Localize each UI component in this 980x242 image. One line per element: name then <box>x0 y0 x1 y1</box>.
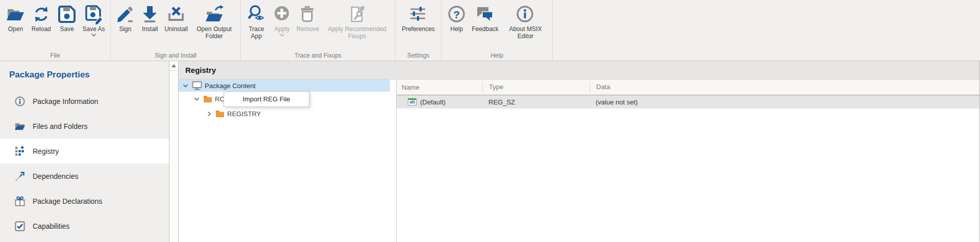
sidebar-item-package-declarations[interactable]: Package Declarations <box>0 189 169 213</box>
checkbox-check-icon <box>14 221 26 232</box>
help-question-icon: ? <box>447 4 467 24</box>
tree-row-registry[interactable]: REGISTRY <box>179 106 396 121</box>
sidebar-item-label: Capabilities <box>33 222 69 230</box>
monitor-icon <box>192 81 202 90</box>
about-msix-editor-button[interactable]: About MSIX Editor <box>502 4 548 40</box>
sidebar-item-package-information[interactable]: Package Information <box>0 89 169 114</box>
open-output-folder-button[interactable]: Open Output Folder <box>191 4 237 40</box>
sidebar-item-label: Dependencies <box>33 172 79 180</box>
folder-icon <box>14 121 26 132</box>
dependencies-arrow-icon <box>14 171 26 182</box>
sidebar-item-files-and-folders[interactable]: Files and Folders <box>0 114 169 139</box>
scroll-up-arrow-icon <box>172 64 176 67</box>
value-data-cell: (value not set) <box>590 98 979 106</box>
context-menu: Import REG File <box>224 91 309 107</box>
trace-app-button[interactable]: Trace App <box>244 4 268 40</box>
sidebar-items: Package Information Files and Folders Re… <box>0 89 169 238</box>
sign-button[interactable]: Sign <box>114 4 136 33</box>
sidebar-title: Package Properties <box>0 61 169 80</box>
gift-box-icon <box>14 196 26 207</box>
trace-magnifier-eye-icon <box>246 4 266 24</box>
feedback-label: Feedback <box>472 25 499 33</box>
reg-sz-string-icon: ab <box>408 98 416 105</box>
open-output-folder-icon <box>204 4 225 24</box>
registry-blocks-icon <box>14 146 26 157</box>
save-button[interactable]: Save <box>56 4 78 33</box>
help-label: Help <box>450 25 463 33</box>
sign-label: Sign <box>119 25 131 33</box>
apply-recommended-fixups-button[interactable]: Apply Recommended Fixups <box>323 4 392 40</box>
trace-app-label: Trace App <box>245 25 267 40</box>
sidebar-item-capabilities[interactable]: Capabilities <box>0 213 169 238</box>
menu-item-import-reg-file[interactable]: Import REG File <box>224 92 309 106</box>
save-as-button[interactable]: Save As <box>82 4 106 37</box>
uninstall-button[interactable]: Uninstall <box>163 4 189 33</box>
main-body: Package Content ROOT <box>179 79 979 242</box>
group-label-sign-and-install: Sign and Install <box>111 52 240 59</box>
apply-dropdown-chevron-icon <box>279 33 285 37</box>
table-row[interactable]: ab (Default) REG_SZ (value not set) <box>397 95 979 109</box>
content-header: Registry <box>179 61 979 79</box>
column-header-name[interactable]: Name <box>397 84 482 91</box>
reload-icon <box>31 4 52 24</box>
sidebar-item-dependencies[interactable]: Dependencies <box>0 164 169 189</box>
value-name: (Default) <box>420 98 446 106</box>
group-label-settings: Settings <box>396 52 441 59</box>
save-as-icon <box>84 4 104 24</box>
apply-recommended-fixups-label: Apply Recommended Fixups <box>324 25 391 40</box>
sidebar-item-label: Files and Folders <box>33 122 87 130</box>
main-content: Registry Package Content <box>179 61 980 242</box>
menu-item-label: Import REG File <box>242 95 290 103</box>
page-title: Registry <box>185 66 216 74</box>
feedback-bubble-icon <box>475 4 495 24</box>
ribbon-toolbar: Open Reload Save <box>0 0 980 61</box>
apply-button[interactable]: Apply <box>271 4 293 37</box>
open-button[interactable]: Open <box>4 4 27 33</box>
sidebar-scrollbar[interactable] <box>169 61 179 242</box>
chevron-down-icon[interactable] <box>182 82 189 90</box>
uninstall-x-icon <box>166 4 186 24</box>
open-icon <box>5 4 26 24</box>
value-name-cell: ab (Default) <box>397 98 482 106</box>
feedback-button[interactable]: Feedback <box>471 4 500 33</box>
table-header: Name Type Data <box>397 79 979 95</box>
save-icon <box>57 4 77 24</box>
remove-button[interactable]: Remove <box>296 4 321 33</box>
value-type-cell: REG_SZ <box>482 98 590 106</box>
ribbon-group-settings: Preferences Settings <box>396 0 442 61</box>
remove-trash-icon <box>298 4 318 24</box>
help-button[interactable]: ? Help <box>446 4 468 33</box>
scrollbar-up-button[interactable] <box>169 61 178 71</box>
tree-row-package-content[interactable]: Package Content <box>179 79 390 92</box>
group-label-help: Help <box>442 52 552 59</box>
sidebar: Package Properties Package Information F… <box>0 61 169 242</box>
sidebar-item-label: Package Declarations <box>33 197 102 205</box>
group-label-trace-and-fixups: Trace and Fixups <box>241 52 395 59</box>
svg-text:?: ? <box>453 9 460 20</box>
sidebar-item-label: Package Information <box>33 97 98 105</box>
install-label: Install <box>142 25 158 33</box>
tree-node-label: REGISTRY <box>227 110 261 118</box>
column-header-data[interactable]: Data <box>590 82 979 93</box>
about-msix-editor-label: About MSIX Editor <box>503 25 547 40</box>
install-button[interactable]: Install <box>139 4 161 33</box>
remove-label: Remove <box>297 25 320 33</box>
column-header-type[interactable]: Type <box>482 82 590 93</box>
reload-button[interactable]: Reload <box>30 4 53 33</box>
sidebar-item-registry[interactable]: Registry <box>0 139 169 164</box>
apply-plus-circle-icon <box>272 4 292 24</box>
preferences-button[interactable]: Preferences <box>401 4 436 33</box>
apply-label: Apply <box>274 25 289 33</box>
preferences-sliders-icon <box>408 4 428 24</box>
sidebar-item-label: Registry <box>33 147 59 155</box>
save-as-label: Save As <box>83 25 105 33</box>
save-as-dropdown-chevron-icon[interactable] <box>91 33 96 37</box>
uninstall-label: Uninstall <box>164 25 188 33</box>
folder-icon <box>203 95 212 103</box>
open-label: Open <box>8 25 23 33</box>
registry-tree-pane: Package Content ROOT <box>179 79 396 242</box>
chevron-down-icon[interactable] <box>193 95 201 103</box>
sign-pencil-icon <box>115 4 135 24</box>
install-arrow-icon <box>140 4 160 24</box>
chevron-right-icon[interactable] <box>205 110 213 118</box>
